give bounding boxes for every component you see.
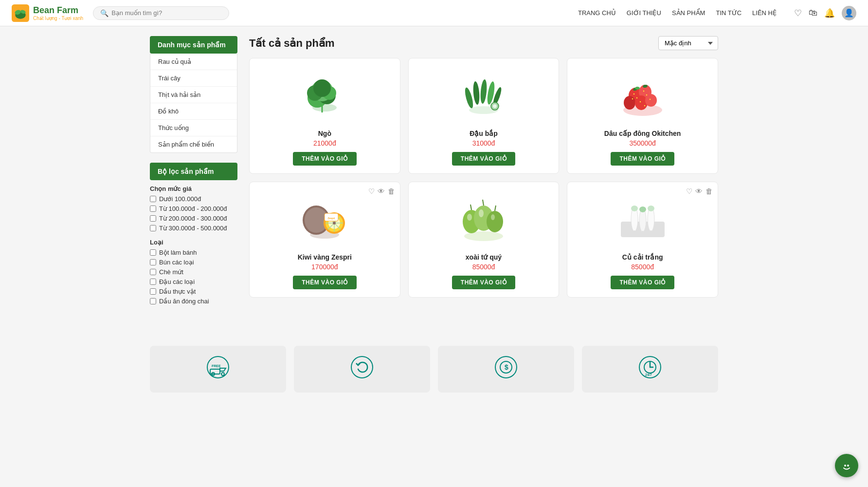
filter-type-dau-thuc-vat[interactable]: Dầu thực vật — [150, 288, 237, 295]
add-to-cart-kiwi[interactable]: THÊM VÀO GIỎ — [293, 276, 356, 289]
products-grid: Ngò 21000đ THÊM VÀO GIỎ — [249, 58, 718, 298]
svg-line-58 — [483, 200, 484, 206]
badge-dollar: $ — [438, 346, 574, 393]
product-card-xoai[interactable]: xoài tứ quý 85000đ THÊM VÀO GIỎ — [408, 182, 560, 298]
checkbox-bot-lam-banh[interactable] — [150, 249, 156, 256]
checkbox-under-100k[interactable] — [150, 196, 156, 202]
svg-text:$: $ — [505, 363, 508, 371]
svg-point-30 — [646, 94, 647, 95]
badge-return — [294, 346, 430, 393]
filter-type-bot-lam-banh[interactable]: Bột làm bánh — [150, 249, 237, 256]
svg-point-14 — [472, 81, 480, 105]
category-trai-cay[interactable]: Trái cây — [150, 70, 237, 87]
svg-point-32 — [644, 105, 645, 106]
checkbox-200-300k[interactable] — [150, 215, 156, 222]
card-action-icons-cu-cai: ♡ 👁 🗑 — [686, 187, 713, 196]
free-ship-icon: FREE — [206, 356, 230, 383]
product-card-dau-bap[interactable]: Đậu bắp 31000đ THÊM VÀO GIỎ — [408, 58, 560, 174]
cucai-delete-icon[interactable]: 🗑 — [705, 187, 713, 196]
product-price-ngo: 21000đ — [313, 139, 336, 147]
filter-price-group: Chọn mức giá Dưới 100.000đ Từ 100.000đ -… — [150, 185, 237, 232]
product-img-ngo — [298, 71, 351, 120]
filter-type-dau-an-dong-chai[interactable]: Dầu ăn đóng chai — [150, 298, 237, 305]
dollar-icon: $ — [494, 356, 518, 383]
nav-news[interactable]: TIN TỨC — [716, 9, 741, 17]
kiwi-view-icon[interactable]: 👁 — [378, 187, 385, 196]
category-rau-cu-qua[interactable]: Rau củ quả — [150, 54, 237, 70]
avatar[interactable]: 👤 — [842, 6, 856, 20]
search-bar[interactable]: 🔍 — [93, 6, 229, 20]
filter-price-under-100k[interactable]: Dưới 100.000đ — [150, 195, 237, 203]
sort-select[interactable]: Mặc định Giá tăng dần Giá giảm dần Mới n… — [658, 36, 718, 50]
checkbox-dau-thuc-vat[interactable] — [150, 288, 156, 295]
cucai-view-icon[interactable]: 👁 — [695, 187, 703, 196]
product-price-dau-bap: 31000đ — [472, 139, 495, 147]
svg-point-75 — [351, 356, 373, 378]
kiwi-delete-icon[interactable]: 🗑 — [388, 187, 395, 196]
category-thuc-uong[interactable]: Thức uống — [150, 120, 237, 136]
filter-price-title: Chọn mức giá — [150, 185, 237, 192]
category-san-pham-che-bien[interactable]: Sản phẩm chế biến — [150, 136, 237, 152]
svg-point-33 — [649, 99, 650, 100]
filter-type-bun-cac-loai[interactable]: Bún các loại — [150, 259, 237, 266]
checkbox-che-mut[interactable] — [150, 269, 156, 275]
cucai-wishlist-icon[interactable]: ♡ — [686, 187, 692, 196]
product-img-dau-bap — [457, 71, 510, 120]
category-thit-hai-san[interactable]: Thịt và hải sản — [150, 87, 237, 103]
filter-price-100-200k[interactable]: Từ 100.000đ - 200.000đ — [150, 205, 237, 212]
product-image-dau-bap — [452, 66, 515, 125]
product-image-cu-cai — [611, 190, 674, 248]
nav-about[interactable]: GIỚI THIỆU — [627, 9, 661, 17]
filter-type-title: Loại — [150, 239, 237, 246]
products-area: Tất cả sản phẩm Mặc định Giá tăng dần Gi… — [249, 36, 718, 312]
filter-type-group: Loại Bột làm bánh Bún các loại Chè mứt Đ… — [150, 239, 237, 305]
category-do-kho[interactable]: Đồ khô — [150, 103, 237, 120]
add-to-cart-xoai[interactable]: THÊM VÀO GIỎ — [452, 276, 515, 289]
filter-price-300-500k[interactable]: Từ 300.000đ - 500.000đ — [150, 225, 237, 232]
filter-price-200-300k[interactable]: Từ 200.000đ - 300.000đ — [150, 215, 237, 222]
product-card-dau-cap[interactable]: Dâu cấp đông Okitchen 350000đ THÊM VÀO G… — [567, 58, 718, 174]
kiwi-wishlist-icon[interactable]: ♡ — [368, 187, 375, 196]
product-image-xoai — [452, 190, 515, 248]
filter-type-dau-cac-loai[interactable]: Đậu các loại — [150, 278, 237, 285]
return-icon — [350, 356, 374, 383]
svg-point-27 — [636, 97, 637, 98]
header-icons: ♡ 🛍 🔔 👤 — [794, 6, 856, 20]
product-card-ngo[interactable]: Ngò 21000đ THÊM VÀO GIỎ — [249, 58, 400, 174]
svg-text:24/7: 24/7 — [645, 373, 652, 376]
checkbox-dau-cac-loai[interactable] — [150, 279, 156, 285]
svg-point-66 — [648, 206, 654, 211]
product-card-cu-cai[interactable]: ♡ 👁 🗑 — [567, 182, 718, 298]
nav-products[interactable]: SẢN PHẨM — [672, 9, 705, 17]
checkbox-bun-cac-loai[interactable] — [150, 259, 156, 265]
product-card-kiwi[interactable]: ♡ 👁 🗑 — [249, 182, 400, 298]
logo[interactable]: Bean Farm Chất lượng - Tươi xanh — [12, 4, 83, 22]
card-action-icons-kiwi: ♡ 👁 🗑 — [368, 187, 395, 196]
add-to-cart-ngo[interactable]: THÊM VÀO GIỎ — [293, 152, 356, 166]
heart-icon[interactable]: ♡ — [794, 8, 802, 19]
svg-point-31 — [639, 101, 640, 102]
product-img-cu-cai — [616, 195, 669, 244]
add-to-cart-cu-cai[interactable]: THÊM VÀO GIỎ — [611, 276, 674, 289]
filter-type-che-mut[interactable]: Chè mứt — [150, 268, 237, 276]
checkbox-300-500k[interactable] — [150, 225, 156, 231]
search-icon: 🔍 — [100, 9, 108, 17]
nav-contact[interactable]: LIÊN HỆ — [752, 9, 777, 17]
search-input[interactable] — [111, 9, 218, 17]
cart-icon[interactable]: 🛍 — [809, 8, 817, 18]
checkbox-100-200k[interactable] — [150, 206, 156, 212]
svg-line-59 — [495, 206, 496, 211]
svg-point-10 — [313, 79, 331, 97]
nav-links: TRANG CHỦ GIỚI THIỆU SẢN PHẨM TIN TỨC LI… — [578, 9, 777, 17]
nav-home[interactable]: TRANG CHỦ — [578, 9, 616, 17]
badge-clock: 24/7 — [582, 346, 718, 393]
bell-icon[interactable]: 🔔 — [824, 8, 835, 19]
add-to-cart-dau-bap[interactable]: THÊM VÀO GIỎ — [452, 152, 515, 166]
add-to-cart-dau-cap[interactable]: THÊM VÀO GIỎ — [611, 152, 674, 166]
checkbox-dau-an-dong-chai[interactable] — [150, 298, 156, 304]
svg-line-57 — [470, 205, 471, 210]
svg-point-56 — [491, 214, 495, 220]
svg-point-47 — [333, 222, 336, 225]
header: Bean Farm Chất lượng - Tươi xanh 🔍 TRANG… — [0, 0, 868, 26]
product-price-dau-cap: 350000đ — [629, 139, 656, 147]
